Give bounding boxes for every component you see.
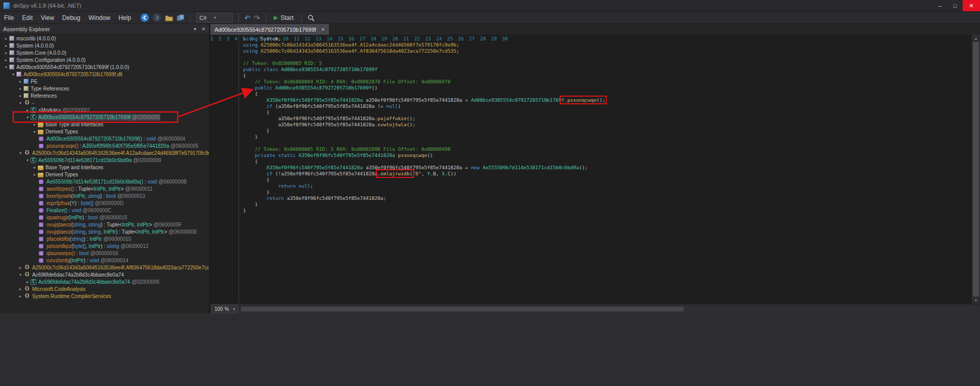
tree-item[interactable]: Ae555509b7d114e538171cd15b0c6bd9a() : vo… bbox=[0, 178, 209, 185]
expand-arrow-icon[interactable]: ▸ bbox=[3, 58, 9, 62]
minimize-button[interactable]: – bbox=[932, 0, 947, 11]
tree-item[interactable]: qlaurwsrpo() : bool @06000016 bbox=[0, 249, 209, 257]
namespace-icon: {} bbox=[23, 150, 30, 156]
open-file-icon[interactable] bbox=[165, 14, 173, 21]
redo-icon[interactable]: ↷ bbox=[254, 14, 260, 21]
tree-item-label: ovujqtaeoz(string, string) : Tuple<IntPt… bbox=[46, 222, 182, 228]
tree-item[interactable]: rurvzlsmbj(IntPtr) : void @06000014 bbox=[0, 257, 209, 264]
code-line: { bbox=[243, 177, 972, 183]
search-icon[interactable] bbox=[307, 14, 315, 21]
collapse-arrow-icon[interactable]: ▾ bbox=[25, 158, 31, 163]
vertical-scrollbar[interactable]: ▴ ▾ bbox=[972, 35, 980, 304]
tree-item[interactable]: Finalize() : void @0600000C bbox=[0, 207, 209, 214]
tree-item[interactable]: ▸System (4.0.0.0) bbox=[0, 42, 209, 49]
expand-arrow-icon[interactable]: ▸ bbox=[17, 265, 23, 270]
horizontal-scrollbar[interactable] bbox=[240, 306, 978, 312]
code-line bbox=[243, 214, 972, 220]
tree-item[interactable]: ▸{}System.Runtime.CompilerServices bbox=[0, 292, 209, 300]
tree-item[interactable]: ovujqtaeoz(string, string, IntPtr) : Tup… bbox=[0, 228, 209, 235]
menu-view[interactable]: View bbox=[37, 12, 58, 24]
menu-edit[interactable]: Edit bbox=[18, 12, 37, 24]
collapse-arrow-icon[interactable]: ▾ bbox=[10, 72, 16, 77]
tab-close-icon[interactable]: ✕ bbox=[321, 27, 325, 32]
tree-item[interactable]: pzissmlkpz(byte[], IntPtr) : ulong @0600… bbox=[0, 242, 209, 249]
expand-arrow-icon[interactable]: ▸ bbox=[3, 43, 9, 48]
expand-arrow-icon[interactable]: ▸ bbox=[3, 51, 9, 55]
tree-item[interactable]: eqzrfjzhux(Y) : byte[] @0600000D bbox=[0, 199, 209, 207]
expand-arrow-icon[interactable]: ▸ bbox=[32, 172, 38, 177]
language-select[interactable]: C# ▾ bbox=[196, 13, 233, 22]
expand-arrow-icon[interactable]: ▸ bbox=[17, 94, 23, 98]
expand-arrow-icon[interactable]: ▸ bbox=[25, 108, 31, 112]
panel-menu-chevron-icon[interactable]: ▾ bbox=[194, 26, 197, 32]
tree-item[interactable]: Ad00bce9305554c87927205710b17699f() : vo… bbox=[0, 135, 209, 142]
tree-item[interactable]: ▾{}- bbox=[0, 99, 209, 106]
tree-item[interactable]: ▸System.Configuration (4.0.0.0) bbox=[0, 56, 209, 63]
folder-icon bbox=[38, 123, 43, 127]
tree-item[interactable]: ▸Base Type and Interfaces bbox=[0, 121, 209, 128]
expand-arrow-icon[interactable]: ▸ bbox=[25, 280, 31, 284]
tree-item[interactable]: pfacekbfls(string) : IntPtr @06000010 bbox=[0, 235, 209, 242]
scroll-up-icon[interactable]: ▴ bbox=[972, 35, 980, 42]
expand-arrow-icon[interactable]: ▸ bbox=[17, 79, 23, 84]
tree-item[interactable]: ▸Type References bbox=[0, 85, 209, 92]
collapse-arrow-icon[interactable]: ▾ bbox=[25, 115, 31, 120]
tree-item[interactable]: iquwlrugjr(IntPtr) : bool @06000015 bbox=[0, 214, 209, 221]
tree-item[interactable]: ▸Derived Types bbox=[0, 128, 209, 135]
code-editor[interactable]: 1234567891011121314151617181920212223242… bbox=[210, 35, 972, 304]
menu-window[interactable]: Window bbox=[84, 12, 114, 24]
expand-arrow-icon[interactable]: ▸ bbox=[3, 36, 9, 41]
collapse-arrow-icon[interactable]: ▾ bbox=[17, 151, 23, 155]
tree-item[interactable]: ▸mscorlib (4.0.0.0) bbox=[0, 35, 209, 42]
tree-item[interactable]: ▾CAd00bce9305554c87927205710b17699f @020… bbox=[0, 113, 209, 121]
scroll-down-icon[interactable]: ▾ bbox=[972, 297, 980, 304]
tree-item[interactable]: ▸{}A25000c7c06d14343a50645163536ee4f.Af8… bbox=[0, 264, 209, 271]
start-button[interactable]: ▶ Start bbox=[272, 14, 296, 21]
tree-item[interactable]: ▾Ad00bce9305554c87927205710b17699f.dll bbox=[0, 71, 209, 78]
code-line: a350ef0f96fc540f795e5f85e7441820a.pajaff… bbox=[243, 116, 972, 122]
panel-close-icon[interactable]: ✕ bbox=[202, 26, 206, 32]
tree-item[interactable]: ▸CAc696fde6dac74a2b8d3c4bbaec8e0a74 @020… bbox=[0, 278, 209, 285]
document-tab[interactable]: Ad00bce9305554c87927205710b17699f ✕ bbox=[210, 24, 329, 35]
expand-arrow-icon[interactable]: ▸ bbox=[32, 165, 38, 170]
maximize-button[interactable]: □ bbox=[947, 0, 963, 11]
vertical-scrollbar-thumb[interactable] bbox=[973, 42, 979, 297]
collapse-arrow-icon[interactable]: ▾ bbox=[3, 65, 9, 70]
close-button[interactable]: ✕ bbox=[963, 0, 980, 11]
zoom-select[interactable]: 100 % ▾ bbox=[211, 305, 238, 313]
tree-item[interactable]: ▸Base Type and Interfaces bbox=[0, 164, 209, 171]
tree-item[interactable]: ▸System.Core (4.0.0.0) bbox=[0, 49, 209, 56]
tree-item[interactable]: ▾{}A25000c7c06d14343a50645163536ee4f.A12… bbox=[0, 149, 209, 156]
collapse-arrow-icon[interactable]: ▾ bbox=[17, 101, 23, 105]
tree-item[interactable]: bxnrhjvseh(IntPtr, ulong) : bool @060000… bbox=[0, 192, 209, 199]
tree-item[interactable]: ▸References bbox=[0, 92, 209, 99]
expand-arrow-icon[interactable]: ▸ bbox=[17, 294, 23, 299]
tree-item[interactable]: ▾{}Ac696fde6dac74a2b8d3c4bbaec8e0a74 bbox=[0, 271, 209, 278]
expand-arrow-icon[interactable]: ▸ bbox=[32, 129, 38, 134]
undo-icon[interactable]: ↶ bbox=[245, 14, 251, 21]
expand-arrow-icon[interactable]: ▸ bbox=[17, 287, 23, 291]
collapse-arrow-icon[interactable]: ▾ bbox=[17, 273, 23, 277]
tree-item[interactable]: ▸{}Microsoft.CodeAnalysis bbox=[0, 285, 209, 292]
expand-arrow-icon[interactable]: ▸ bbox=[17, 86, 23, 91]
horizontal-scrollbar-thumb[interactable] bbox=[241, 307, 684, 311]
tree-item[interactable]: awxrltzpes() : Tuple<IntPtr, IntPtr> @06… bbox=[0, 185, 209, 192]
navigate-forward-icon[interactable] bbox=[153, 13, 161, 22]
menu-help[interactable]: Help bbox=[114, 12, 135, 24]
tree-item[interactable]: ovujqtaeoz(string, string) : Tuple<IntPt… bbox=[0, 221, 209, 228]
navigate-back-icon[interactable] bbox=[140, 13, 149, 22]
menu-debug[interactable]: Debug bbox=[58, 12, 84, 24]
title-bar[interactable]: dnSpy v6.1.8 (64-bit, .NET) – □ ✕ bbox=[0, 0, 980, 12]
tree-item[interactable]: ▸PE bbox=[0, 78, 209, 85]
save-all-icon[interactable] bbox=[177, 14, 184, 21]
tree-item[interactable]: ▾CAe555509b7d114e538171cd15b0c6bd9a @020… bbox=[0, 156, 209, 164]
tree-item[interactable]: ▾Ad00bce9305554c87927205710b17699f (1.0.… bbox=[0, 63, 209, 71]
code-lines[interactable]: using System;using A25000c7c06d14343a506… bbox=[239, 35, 972, 304]
tree-item[interactable]: ▸C<Module> @02000001 bbox=[0, 106, 209, 113]
menu-file[interactable]: File bbox=[0, 12, 18, 24]
assembly-tree[interactable]: ▸mscorlib (4.0.0.0)▸System (4.0.0.0)▸Sys… bbox=[0, 34, 209, 313]
tree-item[interactable]: psxunqcwqe() : A350ef0f96fc540f795e5f85e… bbox=[0, 142, 209, 149]
expand-arrow-icon[interactable]: ▸ bbox=[32, 122, 38, 127]
tree-item[interactable]: ▸Derived Types bbox=[0, 171, 209, 178]
method-icon bbox=[39, 187, 43, 191]
